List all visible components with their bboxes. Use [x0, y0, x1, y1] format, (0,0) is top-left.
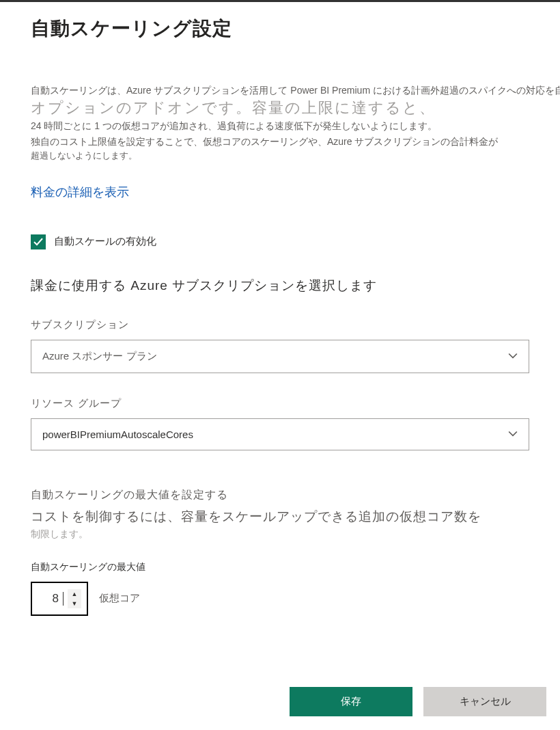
resource-group-select[interactable]: powerBIPremiumAutoscaleCores: [31, 418, 529, 450]
max-spinner-value: 8: [38, 592, 64, 606]
resource-group-label: リソース グループ: [31, 397, 529, 410]
desc-line-3: 独自のコスト上限値を設定することで、仮想コアのスケーリングや、Azure サブス…: [31, 134, 529, 149]
page-title: 自動スケーリング設定: [31, 16, 529, 42]
chevron-down-icon: [508, 351, 518, 361]
cancel-button[interactable]: キャンセル: [423, 687, 546, 716]
show-pricing-link[interactable]: 料金の詳細を表示: [31, 184, 129, 200]
max-description: コストを制御するには、容量をスケールアップできる追加の仮想コア数を: [31, 508, 529, 526]
checkmark-icon: [33, 236, 44, 247]
subscription-select[interactable]: Azure スポンサー プラン: [31, 340, 529, 373]
description-block: 自動スケーリングは、Azure サブスクリプションを活用して Power BI …: [31, 83, 529, 200]
enable-autoscale-row: 自動スケールの有効化: [31, 234, 529, 249]
desc-line-1: 自動スケーリングは、Azure サブスクリプションを活用して Power BI …: [31, 83, 529, 98]
chevron-down-icon: [508, 429, 518, 439]
save-button[interactable]: 保存: [290, 687, 412, 716]
spinner-buttons: ▲ ▼: [68, 589, 81, 608]
max-unit-label: 仮想コア: [99, 592, 140, 605]
subscription-value: Azure スポンサー プラン: [42, 350, 157, 363]
resource-group-value: powerBIPremiumAutoscaleCores: [42, 429, 193, 440]
desc-line-2: 24 時間ごとに 1 つの仮想コアが追加され、過負荷による速度低下が発生しないよ…: [31, 118, 529, 133]
desc-line-4: 超過しないようにします。: [31, 149, 529, 163]
spinner-up-button[interactable]: ▲: [68, 589, 81, 599]
set-max-label: 自動スケーリングの最大値を設定する: [31, 488, 529, 502]
max-input-label: 自動スケーリングの最大値: [31, 561, 529, 573]
subscription-label: サブスクリプション: [31, 319, 529, 332]
enable-autoscale-label: 自動スケールの有効化: [54, 235, 156, 248]
subscription-section-title: 課金に使用する Azure サブスクリプションを選択します: [31, 277, 529, 295]
max-description-2: 制限します。: [31, 528, 529, 541]
max-spinner-row: 8 ▲ ▼ 仮想コア: [31, 582, 529, 616]
max-spinner-input[interactable]: 8 ▲ ▼: [31, 582, 88, 616]
enable-autoscale-checkbox[interactable]: [31, 234, 46, 249]
spinner-down-button[interactable]: ▼: [68, 599, 81, 608]
desc-overlay: オプションのアドオンです。容量の上限に達すると、: [31, 98, 436, 118]
button-bar: 保存 キャンセル: [0, 679, 560, 730]
